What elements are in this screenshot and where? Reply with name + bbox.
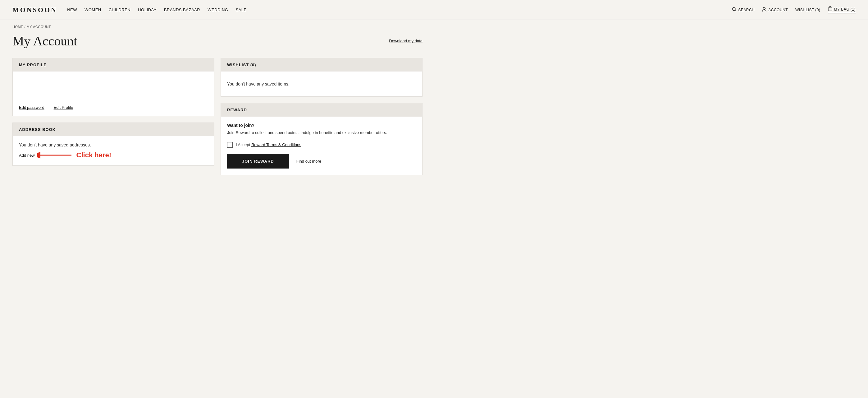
logo[interactable]: MONSOON (12, 6, 57, 14)
wishlist-empty-message: You don't have any saved items. (227, 78, 416, 90)
profile-empty-area (19, 78, 208, 103)
address-section: ADDRESS BOOK You don't have any saved ad… (12, 122, 214, 166)
nav-wedding[interactable]: WEDDING (208, 7, 228, 12)
address-header: ADDRESS BOOK (13, 123, 214, 136)
nav-brands-bazaar[interactable]: BRANDS BAZAAR (164, 7, 200, 12)
nav-women[interactable]: WOMEN (85, 7, 101, 12)
svg-point-0 (732, 7, 735, 10)
nav-children[interactable]: CHILDREN (109, 7, 130, 12)
svg-point-2 (763, 7, 766, 10)
click-here-arrow-icon (37, 151, 74, 159)
reward-terms-link[interactable]: Reward Terms & Conditions (251, 142, 301, 147)
account-action[interactable]: ACCOUNT (762, 7, 788, 13)
main-nav: NEW WOMEN CHILDREN HOLIDAY BRANDS BAZAAR… (67, 7, 247, 12)
reward-checkbox-row: I Accept Reward Terms & Conditions (227, 142, 416, 148)
breadcrumb-current: MY ACCOUNT (27, 25, 51, 29)
find-out-more-link[interactable]: Find out more (297, 159, 321, 164)
breadcrumb-home[interactable]: HOME (12, 25, 23, 29)
breadcrumb: HOME / MY ACCOUNT (0, 20, 868, 34)
svg-rect-3 (828, 8, 832, 11)
profile-actions: Edit password Edit Profile (19, 105, 208, 110)
arrow-annotation: Click here! (37, 151, 112, 159)
search-action[interactable]: SEARCH (732, 7, 754, 12)
header-actions: SEARCH ACCOUNT WISHLIST (0) MY BAG (1) (732, 6, 856, 13)
wishlist-action[interactable]: WISHLIST (0) (795, 8, 820, 12)
profile-header: MY PROFILE (13, 58, 214, 72)
wishlist-section: WISHLIST (0) You don't have any saved it… (221, 58, 423, 97)
nav-new[interactable]: NEW (67, 7, 77, 12)
address-empty-message: You don't have any saved addresses. (19, 142, 208, 147)
svg-line-1 (735, 10, 736, 11)
page-title: My Account (12, 34, 78, 49)
wishlist-label: WISHLIST (0) (795, 8, 820, 12)
download-data-link[interactable]: Download my data (389, 34, 423, 43)
left-column: MY PROFILE Edit password Edit Profile AD… (12, 58, 214, 175)
click-here-label: Click here! (76, 151, 112, 159)
reward-terms-checkbox[interactable] (227, 142, 233, 148)
reward-want-to-join: Want to join? (227, 123, 416, 128)
join-reward-button[interactable]: JOIN REWARD (227, 154, 289, 169)
edit-profile-link[interactable]: Edit Profile (54, 105, 73, 110)
bag-label: MY BAG (1) (834, 7, 856, 11)
nav-holiday[interactable]: HOLIDAY (138, 7, 157, 12)
add-new-annotation: Add new Click here (19, 151, 208, 159)
reward-accept-text: I Accept (236, 142, 251, 147)
reward-bottom-row: JOIN REWARD Find out more (227, 154, 416, 169)
wishlist-header: WISHLIST (0) (221, 58, 422, 72)
account-label: ACCOUNT (768, 8, 788, 12)
add-new-link[interactable]: Add new (19, 153, 35, 158)
reward-header: REWARD (221, 103, 422, 117)
breadcrumb-separator: / (25, 25, 26, 29)
profile-section: MY PROFILE Edit password Edit Profile (12, 58, 214, 116)
edit-password-link[interactable]: Edit password (19, 105, 44, 110)
reward-section: REWARD Want to join? Join Reward to coll… (221, 103, 423, 175)
nav-sale[interactable]: SALE (236, 7, 246, 12)
account-icon (762, 7, 767, 13)
reward-checkbox-label: I Accept Reward Terms & Conditions (236, 142, 301, 147)
bag-icon (828, 6, 832, 12)
bag-action[interactable]: MY BAG (1) (828, 6, 856, 13)
reward-description: Join Reward to collect and spend points,… (227, 130, 416, 136)
site-header: MONSOON NEW WOMEN CHILDREN HOLIDAY BRAND… (0, 0, 868, 20)
right-column: WISHLIST (0) You don't have any saved it… (221, 58, 423, 175)
search-label: SEARCH (738, 8, 754, 12)
search-icon (732, 7, 736, 12)
